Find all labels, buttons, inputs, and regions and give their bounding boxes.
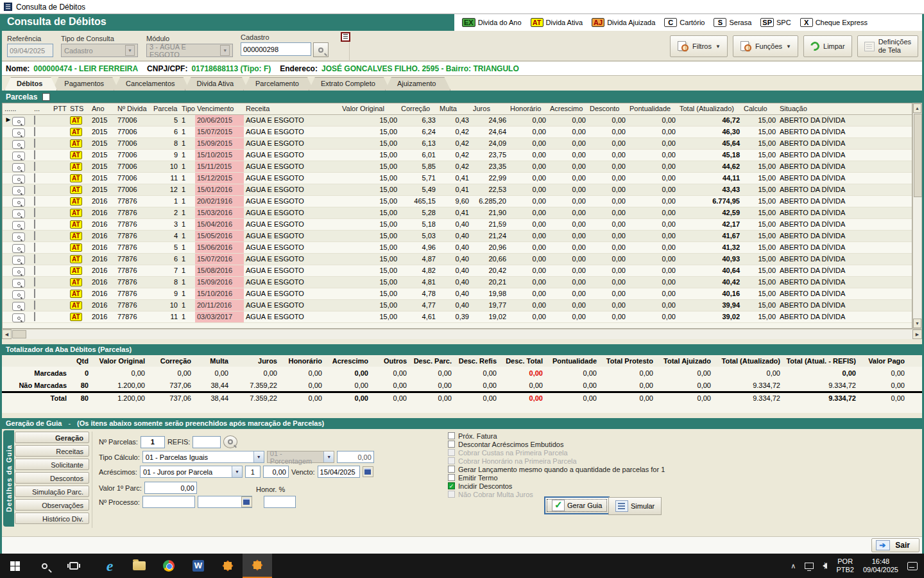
row-checkbox[interactable] — [34, 277, 35, 286]
tab-pagamentos[interactable]: Pagamentos — [52, 77, 119, 91]
row-checkbox[interactable] — [34, 254, 35, 263]
cadastro-list-icon[interactable] — [341, 32, 350, 42]
column-header-divida[interactable]: Nº Divida — [116, 103, 151, 114]
row-checkbox[interactable] — [34, 312, 35, 321]
scroll-up-icon[interactable]: ▲ — [913, 103, 921, 113]
app-button-2-active[interactable] — [243, 554, 272, 578]
row-detail-button[interactable] — [12, 232, 25, 241]
limpar-button[interactable]: Limpar — [803, 35, 852, 57]
scroll-right-icon[interactable]: ▶ — [912, 329, 922, 339]
n-processo-input[interactable] — [142, 496, 195, 508]
row-detail-button[interactable] — [12, 117, 25, 126]
guia-nav-descontos[interactable]: Descontos — [15, 472, 89, 484]
row-detail-button[interactable] — [12, 313, 25, 322]
tab-ajuizamento[interactable]: Ajuizamento — [385, 77, 451, 91]
checkbox-gerar-lan-amento-mesmo-quando-a-quantida[interactable] — [448, 466, 455, 473]
tab-cancelamentos[interactable]: Cancelamentos — [114, 77, 189, 91]
file-explorer-button[interactable] — [124, 554, 154, 578]
calculator-icon[interactable] — [241, 496, 252, 507]
column-header-total[interactable]: Total (Atualizado) — [678, 103, 742, 114]
table-row[interactable]: AT20167787611103/03/2017AGUA E ESGOTO15,… — [3, 311, 912, 323]
filtros-button[interactable]: Filtros ▼ — [670, 35, 728, 57]
row-detail-button[interactable] — [12, 198, 25, 207]
table-row[interactable]: AT20167787610120/11/2016AGUA E ESGOTO15,… — [3, 300, 912, 311]
guia-nav-hist-rico-div-[interactable]: Histórico Div. — [15, 512, 89, 524]
task-view-button[interactable] — [59, 554, 89, 578]
column-header-venc[interactable]: Vencimento — [195, 103, 244, 114]
sair-button[interactable]: Sair — [871, 538, 920, 552]
guia-nav-solicitante[interactable]: Solicitante — [15, 459, 89, 470]
checkbox-descontar-acr-scimos-embutidos[interactable] — [448, 441, 455, 448]
column-header-parcela[interactable]: Parcela — [151, 103, 180, 114]
column-header-honorario[interactable]: Honorário — [508, 103, 548, 114]
acrescimos-qty-input[interactable] — [245, 466, 261, 478]
column-header-chk[interactable]: ... — [32, 103, 51, 114]
tab-divida-ativa[interactable]: Divida Ativa — [185, 77, 248, 91]
grid-horizontal-scrollbar[interactable]: ◀ ▶ — [2, 329, 922, 339]
column-header-juros[interactable]: Juros — [471, 103, 508, 114]
table-row[interactable]: AT20157700611115/12/2015AGUA E ESGOTO15,… — [3, 173, 912, 184]
column-header-situacao[interactable]: Situação — [778, 103, 912, 114]
hidden-icons-chevron[interactable]: ∧ — [791, 562, 796, 570]
referencia-field[interactable] — [7, 44, 53, 57]
speaker-icon[interactable] — [823, 563, 827, 569]
table-row[interactable]: AT2016778767115/08/2016AGUA E ESGOTO15,0… — [3, 265, 912, 277]
column-header-calculo[interactable]: Calculo — [742, 103, 778, 114]
table-row[interactable]: ▶AT2015770065120/06/2015AGUA E ESGOTO15,… — [3, 115, 912, 127]
table-row[interactable]: AT2015770066115/07/2015AGUA E ESGOTO15,0… — [3, 127, 912, 138]
row-detail-button[interactable] — [12, 128, 25, 137]
row-checkbox[interactable] — [34, 150, 35, 159]
checkbox-pr-x-fatura[interactable] — [448, 432, 455, 439]
row-detail-button[interactable] — [12, 209, 25, 218]
tab-parcelamento[interactable]: Parcelamento — [243, 77, 314, 91]
table-row[interactable]: AT2016778769115/10/2016AGUA E ESGOTO15,0… — [3, 288, 912, 300]
tab-débitos[interactable]: Débitos — [4, 77, 57, 91]
table-row[interactable]: AT2016778766115/07/2016AGUA E ESGOTO15,0… — [3, 254, 912, 265]
row-detail-button[interactable] — [12, 175, 25, 184]
row-checkbox[interactable] — [34, 289, 35, 298]
row-detail-button[interactable] — [12, 267, 25, 276]
tab-extrato-completo[interactable]: Extrato Completo — [309, 77, 390, 91]
clock[interactable]: 16:4809/04/2025 — [863, 557, 898, 574]
row-checkbox[interactable] — [34, 173, 35, 182]
column-header-tipo[interactable]: Tipo — [180, 103, 195, 114]
start-button[interactable] — [0, 554, 30, 578]
tipo-calculo-select[interactable]: 01 - Parcelas Iguais ▼ — [142, 451, 264, 463]
row-checkbox[interactable] — [34, 197, 35, 206]
detalhes-guia-tab[interactable]: Detalhes da Guia — [3, 430, 14, 527]
internet-explorer-button[interactable]: e — [95, 554, 124, 578]
column-header-ano[interactable]: Ano — [90, 103, 116, 114]
column-header-ptt[interactable]: PTT — [51, 103, 68, 114]
table-row[interactable]: AT2016778761120/02/1916AGUA E ESGOTO15,0… — [3, 196, 912, 207]
row-checkbox[interactable] — [34, 301, 35, 310]
gerar-guia-button[interactable]: Gerar Guia — [544, 496, 610, 514]
table-row[interactable]: AT2015770068115/09/2015AGUA E ESGOTO15,0… — [3, 138, 912, 150]
table-row[interactable]: AT2016778764115/05/2016AGUA E ESGOTO15,0… — [3, 231, 912, 242]
notification-center-icon[interactable] — [907, 562, 918, 570]
row-checkbox[interactable] — [34, 139, 35, 148]
row-detail-button[interactable] — [12, 186, 25, 195]
table-row[interactable]: AT20157700610115/11/2015AGUA E ESGOTO15,… — [3, 161, 912, 173]
checkbox-emitir-termo[interactable] — [448, 474, 455, 481]
acrescimos-select[interactable]: 01 - Juros por Parcela ▼ — [140, 466, 243, 478]
row-checkbox[interactable] — [34, 127, 35, 136]
column-header-acrescimo[interactable]: Acrescimo — [548, 103, 588, 114]
refis-search-button[interactable] — [223, 435, 237, 448]
row-checkbox[interactable] — [34, 185, 35, 194]
column-header-pontualidade[interactable]: Pontualidade — [628, 103, 678, 114]
hscroll-thumb[interactable] — [12, 330, 26, 338]
table-row[interactable]: AT20157700612115/01/2016AGUA E ESGOTO15,… — [3, 184, 912, 196]
guia-nav-observa-es[interactable]: Observações — [15, 499, 89, 511]
chrome-button[interactable] — [154, 554, 184, 578]
guia-nav-receitas[interactable]: Receitas — [15, 445, 89, 457]
definicoes-tela-button[interactable]: Definições de Tela — [857, 35, 918, 57]
guia-nav-gera-o[interactable]: Geração — [15, 432, 89, 443]
row-detail-button[interactable] — [12, 244, 25, 253]
column-header-correcao[interactable]: Correção — [399, 103, 438, 114]
acrescimos-valor-input[interactable] — [263, 466, 289, 478]
vencto-input[interactable] — [318, 466, 360, 478]
row-detail-button[interactable] — [12, 221, 25, 230]
simular-button[interactable]: Simular — [608, 497, 662, 515]
refis-input[interactable] — [193, 436, 221, 448]
column-header-mag[interactable]: ...... — [3, 103, 32, 114]
